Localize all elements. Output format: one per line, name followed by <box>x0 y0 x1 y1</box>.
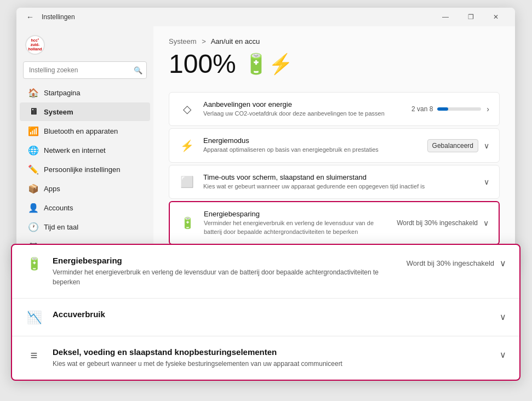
exp-deksel-right: ∨ <box>500 350 506 360</box>
energiemodus-icon: ⚡ <box>179 139 195 152</box>
timeouts-chevron: ∨ <box>484 177 489 186</box>
sidebar-label-accounts: Accounts <box>44 204 73 212</box>
sidebar-label-bluetooth: Bluetooth en apparaten <box>44 127 118 135</box>
exp-energiebesparing[interactable]: 🔋 Energiebesparing Verminder het energie… <box>12 245 519 299</box>
aanbevelingen-chevron: › <box>487 105 489 113</box>
maximize-button[interactable]: ❐ <box>458 8 483 26</box>
search-box[interactable]: 🔍 <box>23 61 147 79</box>
main-content: Systeem > Aan/uit en accu 100% 🔋⚡ ◇ Aanb… <box>153 26 515 271</box>
sidebar-item-tijd[interactable]: 🕐 Tijd en taal <box>20 217 150 236</box>
sidebar-item-apps[interactable]: 📦 Apps <box>20 179 150 198</box>
breadcrumb-parent: Systeem <box>169 37 197 45</box>
progress-wrap: 2 van 8 <box>411 105 481 113</box>
settings-window: ← Instellingen — ❐ ✕ hcc°zuid-holland 🔍 … <box>16 8 515 271</box>
sidebar-label-netwerk: Netwerk en internet <box>44 146 106 154</box>
exp-deksel-title: Deksel, voeding en slaapstand knopbestur… <box>53 347 490 357</box>
breadcrumb-separator: > <box>202 37 206 45</box>
battery-percentage: 100% <box>169 49 236 79</box>
setting-timeouts-desc: Kies wat er gebeurt wanneer uw apparaat … <box>203 182 475 191</box>
window-title: Instellingen <box>42 13 75 21</box>
expanded-panel: 🔋 Energiebesparing Verminder het energie… <box>11 244 520 381</box>
apps-icon: 📦 <box>28 184 38 193</box>
energiebesparing-chevron: ∨ <box>483 219 489 227</box>
energiemodus-dropdown[interactable]: Gebalanceerd <box>427 139 478 152</box>
sidebar-nav: 🏠 Startpagina 🖥 Systeem 📶 Bluetooth en a… <box>16 83 153 255</box>
setting-energiebesparing-title: Energiebesparing <box>204 210 388 218</box>
window-body: hcc°zuid-holland 🔍 🏠 Startpagina 🖥 Syste… <box>16 26 515 271</box>
setting-aanbevelingen-text: Aanbevelingen voor energie Verlaag uw CO… <box>203 100 403 118</box>
setting-aanbevelingen[interactable]: ◇ Aanbevelingen voor energie Verlaag uw … <box>169 92 500 126</box>
setting-energiemodus-text: Energiemodus Apparaat optimaliseren op b… <box>203 136 419 154</box>
setting-energiemodus-desc: Apparaat optimaliseren op basis van ener… <box>203 146 419 154</box>
progress-fill <box>437 107 448 111</box>
sidebar-label-startpagina: Startpagina <box>44 89 81 97</box>
exp-accuverbruik-icon: 📉 <box>25 311 43 325</box>
setting-timeouts-title: Time-outs voor scherm, slaapstand en slu… <box>203 173 475 181</box>
titlebar: ← Instellingen — ❐ ✕ <box>16 8 515 26</box>
search-input[interactable] <box>23 61 147 79</box>
setting-energiebesparing-right: Wordt bij 30% ingeschakeld ∨ <box>397 219 489 227</box>
energiebesparing-icon: 🔋 <box>180 216 195 230</box>
sidebar-item-startpagina[interactable]: 🏠 Startpagina <box>20 83 150 102</box>
exp-deksel-desc: Kies wat er gebeurt wanneer u met de fys… <box>53 359 490 369</box>
setting-aanbevelingen-right: 2 van 8 › <box>411 105 489 113</box>
exp-deksel-icon: ≡ <box>25 348 43 363</box>
close-button[interactable]: ✕ <box>483 8 508 26</box>
bluetooth-icon: 📶 <box>28 126 38 136</box>
battery-icon: 🔋⚡ <box>244 53 293 76</box>
sidebar: hcc°zuid-holland 🔍 🏠 Startpagina 🖥 Syste… <box>16 26 153 271</box>
setting-energiebesparing[interactable]: 🔋 Energiebesparing Verminder het energie… <box>169 201 500 245</box>
exp-energiebesparing-chevron: ∨ <box>500 258 506 268</box>
setting-energiemodus-right: Gebalanceerd ∨ <box>427 139 489 152</box>
minimize-button[interactable]: — <box>433 8 458 26</box>
exp-energiebesparing-desc: Verminder het energieverbruik en verleng… <box>53 267 397 287</box>
sidebar-item-bluetooth[interactable]: 📶 Bluetooth en apparaten <box>20 122 150 140</box>
persoonlijke-icon: ✏️ <box>28 164 38 174</box>
aanbevelingen-icon: ◇ <box>179 102 195 116</box>
exp-deksel-chevron: ∨ <box>500 350 506 360</box>
exp-accuverbruik-title: Accuverbruik <box>53 310 490 319</box>
exp-energiebesparing-icon: 🔋 <box>25 257 43 271</box>
sidebar-logo: hcc°zuid-holland <box>16 31 153 61</box>
sidebar-item-persoonlijke[interactable]: ✏️ Persoonlijke instellingen <box>20 160 150 179</box>
setting-energiemodus-title: Energiemodus <box>203 136 419 145</box>
progress-label: 2 van 8 <box>411 105 433 113</box>
energiebesparing-status: Wordt bij 30% ingeschakeld <box>397 219 478 227</box>
setting-energiemodus[interactable]: ⚡ Energiemodus Apparaat optimaliseren op… <box>169 128 500 162</box>
tijd-icon: 🕐 <box>28 222 38 232</box>
timeouts-icon: ⬜ <box>179 175 195 188</box>
systeem-icon: 🖥 <box>28 107 38 117</box>
battery-display: 100% 🔋⚡ <box>169 49 500 79</box>
setting-timeouts[interactable]: ⬜ Time-outs voor scherm, slaapstand en s… <box>169 165 500 199</box>
setting-timeouts-right: ∨ <box>484 177 489 186</box>
exp-energiebesparing-status: Wordt bij 30% ingeschakeld <box>407 259 494 267</box>
home-icon: 🏠 <box>28 88 38 98</box>
energiemodus-chevron: ∨ <box>484 141 489 150</box>
exp-accuverbruik[interactable]: 📉 Accuverbruik ∨ <box>12 299 519 336</box>
setting-aanbevelingen-title: Aanbevelingen voor energie <box>203 100 403 108</box>
exp-energiebesparing-title: Energiebesparing <box>53 256 397 265</box>
titlebar-left: ← Instellingen <box>23 10 75 24</box>
breadcrumb-current: Aan/uit en accu <box>211 37 260 45</box>
setting-energiebesparing-text: Energiebesparing Verminder het energieve… <box>204 210 388 236</box>
exp-accuverbruik-content: Accuverbruik <box>53 310 490 321</box>
breadcrumb: Systeem > Aan/uit en accu <box>169 37 500 45</box>
sidebar-label-tijd: Tijd en taal <box>44 223 78 231</box>
sidebar-label-apps: Apps <box>44 185 60 193</box>
sidebar-label-systeem: Systeem <box>44 108 73 116</box>
back-button[interactable]: ← <box>23 10 37 24</box>
accounts-icon: 👤 <box>28 203 38 213</box>
exp-deksel[interactable]: ≡ Deksel, voeding en slaapstand knopbest… <box>12 336 519 380</box>
exp-accuverbruik-right: ∨ <box>500 312 506 322</box>
exp-accuverbruik-chevron: ∨ <box>500 312 506 322</box>
sidebar-item-systeem[interactable]: 🖥 Systeem <box>20 102 150 121</box>
netwerk-icon: 🌐 <box>28 145 38 155</box>
search-icon: 🔍 <box>134 66 142 75</box>
window-controls: — ❐ ✕ <box>433 8 508 26</box>
setting-aanbevelingen-desc: Verlaag uw CO2-voetafdruk door deze aanb… <box>203 110 403 118</box>
progress-bar <box>437 107 481 111</box>
sidebar-item-netwerk[interactable]: 🌐 Netwerk en internet <box>20 141 150 159</box>
logo: hcc°zuid-holland <box>25 35 45 55</box>
sidebar-item-accounts[interactable]: 👤 Accounts <box>20 198 150 217</box>
sidebar-label-persoonlijke: Persoonlijke instellingen <box>44 165 120 174</box>
